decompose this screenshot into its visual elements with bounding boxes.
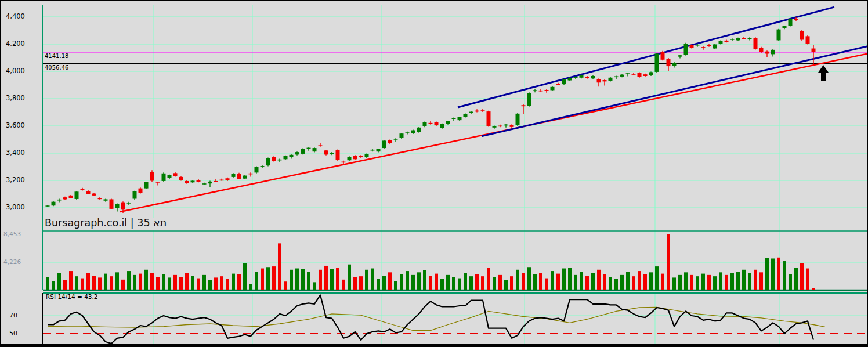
candle-body bbox=[57, 200, 62, 201]
volume-bar bbox=[603, 274, 606, 290]
volume-bar bbox=[620, 275, 624, 290]
candle-body bbox=[342, 162, 346, 163]
price-axis-label: 3,800 bbox=[6, 95, 25, 102]
candle-body bbox=[719, 41, 723, 44]
candle-body bbox=[713, 44, 717, 48]
volume-bar bbox=[568, 268, 572, 290]
volume-bar bbox=[481, 276, 484, 290]
candle-body bbox=[609, 78, 613, 81]
candle-body bbox=[63, 197, 67, 199]
candle-body bbox=[730, 39, 735, 40]
candle-body bbox=[760, 48, 764, 52]
volume-bar bbox=[284, 281, 287, 290]
volume-bar bbox=[498, 275, 502, 290]
volume-bar bbox=[232, 274, 235, 290]
volume-bar bbox=[359, 276, 363, 290]
volume-bar bbox=[173, 275, 177, 290]
volume-bar bbox=[377, 279, 380, 290]
candle-body bbox=[736, 38, 740, 41]
rsi-indicator-label: RSI 14/14 = 43.2 bbox=[46, 294, 98, 300]
volume-bar bbox=[127, 271, 131, 290]
candle-body bbox=[626, 73, 630, 74]
candle-body bbox=[533, 90, 537, 91]
volume-bar bbox=[150, 273, 154, 290]
candle-body bbox=[585, 77, 589, 78]
candle-body bbox=[789, 19, 793, 26]
candle-body bbox=[574, 77, 578, 78]
candle-body bbox=[522, 105, 526, 106]
price-axis-label: 3,200 bbox=[6, 177, 25, 184]
candle-body bbox=[150, 172, 154, 180]
candle-body bbox=[208, 182, 212, 183]
candle-body bbox=[92, 194, 96, 196]
volume-bar bbox=[411, 275, 415, 290]
volume-bar bbox=[261, 269, 264, 290]
volume-bar bbox=[672, 277, 676, 290]
volume-bar bbox=[539, 273, 542, 290]
candle-body bbox=[243, 176, 247, 179]
volume-bar bbox=[458, 279, 461, 290]
volume-bar bbox=[214, 277, 218, 290]
candle-body bbox=[307, 148, 311, 149]
candle-body bbox=[464, 114, 468, 117]
volume-bar bbox=[417, 272, 421, 290]
volume-bar bbox=[661, 274, 664, 290]
volume-bar bbox=[707, 275, 711, 290]
volume-bar bbox=[69, 271, 73, 290]
volume-bar bbox=[655, 266, 659, 290]
volume-bar bbox=[313, 282, 316, 290]
candle-body bbox=[435, 122, 439, 125]
candle-body bbox=[568, 78, 572, 80]
volume-bar bbox=[319, 270, 322, 290]
candle-body bbox=[406, 132, 410, 133]
candle-body bbox=[725, 41, 729, 42]
candle-body bbox=[162, 173, 166, 181]
volume-bar bbox=[701, 274, 705, 290]
volume-bar bbox=[400, 274, 403, 290]
candle-body bbox=[614, 76, 619, 77]
volume-bar bbox=[522, 273, 525, 290]
volume-bar bbox=[226, 279, 229, 290]
volume-bar bbox=[690, 275, 693, 290]
watermark-title: Bursagraph.co.il | 35 תא bbox=[44, 218, 172, 230]
volume-bar bbox=[353, 277, 357, 290]
candle-body bbox=[69, 196, 73, 198]
candle-body bbox=[301, 149, 305, 153]
volume-bar bbox=[446, 275, 450, 290]
candle-body bbox=[481, 110, 485, 111]
candle-body bbox=[81, 189, 85, 190]
candle-body bbox=[498, 126, 502, 127]
volume-bar bbox=[800, 263, 804, 290]
candle-body bbox=[493, 126, 497, 127]
candle-body bbox=[672, 63, 677, 66]
volume-bar bbox=[533, 274, 537, 290]
candle-body bbox=[661, 52, 665, 60]
chart-canvas[interactable] bbox=[1, 1, 868, 347]
volume-bar bbox=[510, 276, 513, 290]
volume-bar bbox=[632, 276, 635, 290]
volume-bar bbox=[626, 272, 630, 290]
volume-bar bbox=[713, 276, 717, 290]
candle-body bbox=[261, 166, 265, 167]
candle-body bbox=[603, 80, 607, 81]
candle-body bbox=[475, 111, 479, 112]
volume-bar bbox=[469, 276, 473, 290]
volume-bar bbox=[736, 272, 740, 290]
candle-body bbox=[754, 38, 758, 49]
candle-body bbox=[707, 45, 711, 46]
candle-body bbox=[266, 158, 270, 165]
candle-body bbox=[226, 178, 230, 180]
candle-body bbox=[290, 155, 294, 157]
candle-body bbox=[75, 191, 79, 199]
candle-body bbox=[510, 125, 514, 127]
candle-body bbox=[319, 145, 323, 146]
volume-bar bbox=[574, 275, 577, 290]
candle-body bbox=[423, 122, 427, 126]
volume-bar bbox=[730, 273, 734, 290]
candle-body bbox=[168, 175, 172, 178]
volume-bar bbox=[52, 281, 55, 290]
volume-bar bbox=[771, 258, 775, 290]
candle-body bbox=[313, 148, 317, 151]
up-arrow-annotation bbox=[818, 65, 829, 81]
channel-blue-upper-trendline bbox=[458, 7, 834, 107]
